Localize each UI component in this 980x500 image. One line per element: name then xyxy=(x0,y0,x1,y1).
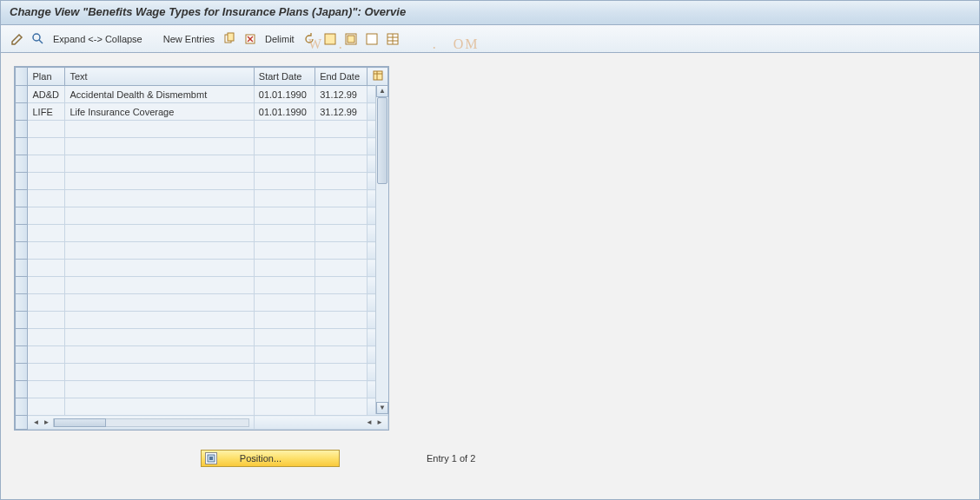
row-selector[interactable] xyxy=(16,190,28,207)
table-row[interactable]: AD&DAccidental Dealth & Dismembmt01.01.1… xyxy=(16,86,388,103)
hscroll-right2-icon[interactable]: ► xyxy=(374,418,385,428)
table-row[interactable] xyxy=(16,242,388,260)
row-selector[interactable] xyxy=(16,138,28,155)
header-row: Plan Text Start Date End Date xyxy=(16,68,388,86)
expand-collapse-button[interactable]: Expand <-> Collapse xyxy=(51,34,144,44)
scroll-up-icon[interactable]: ▲ xyxy=(376,85,388,97)
table-row[interactable] xyxy=(16,155,388,173)
change-icon[interactable] xyxy=(10,31,25,47)
svg-rect-10 xyxy=(367,34,377,44)
cell-plan[interactable]: LIFE xyxy=(28,103,65,121)
cell-start[interactable]: 01.01.1990 xyxy=(254,103,315,121)
table-row[interactable] xyxy=(16,121,388,138)
content-area: Plan Text Start Date End Date AD&DAccide… xyxy=(1,53,979,499)
table-row[interactable] xyxy=(16,346,388,364)
hscroll-row: ◄ ► ◄ ► xyxy=(16,416,388,430)
title-text: Change View "Benefits Wage Types for Ins… xyxy=(10,5,406,18)
cell-end[interactable]: 31.12.99 xyxy=(315,103,368,121)
row-selector[interactable] xyxy=(16,155,28,173)
table-row[interactable] xyxy=(16,173,388,190)
table-row[interactable] xyxy=(16,312,388,329)
scroll-thumb[interactable] xyxy=(377,97,387,184)
svg-rect-7 xyxy=(325,34,335,44)
toolbar: Expand <-> Collapse New Entries Delimit xyxy=(1,25,979,53)
table-row[interactable] xyxy=(16,225,388,242)
entry-counter: Entry 1 of 2 xyxy=(427,453,475,464)
row-selector[interactable] xyxy=(16,207,28,225)
deselect-all-icon[interactable] xyxy=(364,31,380,47)
table-row[interactable] xyxy=(16,277,388,294)
scroll-down-icon[interactable]: ▼ xyxy=(376,402,388,414)
svg-rect-19 xyxy=(209,457,213,460)
footer-row: Position... Entry 1 of 2 xyxy=(14,450,966,467)
table-row[interactable] xyxy=(16,260,388,277)
row-selector[interactable] xyxy=(16,260,28,277)
table-row[interactable] xyxy=(16,207,388,225)
table-row[interactable]: LIFELife Insurance Coverage01.01.199031.… xyxy=(16,103,388,121)
col-text[interactable]: Text xyxy=(65,68,254,86)
svg-rect-15 xyxy=(374,71,382,80)
table-container: Plan Text Start Date End Date AD&DAccide… xyxy=(14,66,389,431)
table-config-icon[interactable] xyxy=(368,68,388,86)
svg-rect-9 xyxy=(348,36,354,43)
row-selector[interactable] xyxy=(16,364,28,381)
row-selector[interactable] xyxy=(16,381,28,398)
table-row[interactable] xyxy=(16,190,388,207)
select-all-header[interactable] xyxy=(16,68,28,86)
data-grid: Plan Text Start Date End Date AD&DAccide… xyxy=(15,67,388,430)
undo-icon[interactable] xyxy=(301,31,317,47)
find-icon[interactable] xyxy=(30,31,46,47)
row-selector[interactable] xyxy=(16,103,28,121)
cell-text[interactable]: Life Insurance Coverage xyxy=(65,103,254,121)
table-row[interactable] xyxy=(16,381,388,398)
delimit-button[interactable]: Delimit xyxy=(263,34,296,44)
window-title: Change View "Benefits Wage Types for Ins… xyxy=(1,1,979,25)
svg-point-0 xyxy=(33,34,40,41)
col-end[interactable]: End Date xyxy=(315,68,368,86)
select-block-icon[interactable] xyxy=(343,31,359,47)
select-all-icon[interactable] xyxy=(322,31,338,47)
row-selector[interactable] xyxy=(16,121,28,138)
delete-icon[interactable] xyxy=(242,31,258,47)
hscroll-left-icon[interactable]: ◄ xyxy=(30,418,41,428)
copy-icon[interactable] xyxy=(222,31,237,47)
position-button[interactable]: Position... xyxy=(201,450,340,467)
position-icon xyxy=(205,452,217,464)
svg-rect-3 xyxy=(228,33,234,41)
table-row[interactable] xyxy=(16,398,388,416)
table-settings-icon[interactable] xyxy=(385,31,401,47)
position-label: Position... xyxy=(240,453,281,464)
cell-start[interactable]: 01.01.1990 xyxy=(254,86,315,103)
row-selector[interactable] xyxy=(16,242,28,260)
col-plan[interactable]: Plan xyxy=(28,68,65,86)
row-selector[interactable] xyxy=(16,86,28,103)
hscroll-track-left[interactable] xyxy=(53,418,248,427)
row-selector[interactable] xyxy=(16,398,28,416)
table-row[interactable] xyxy=(16,138,388,155)
vertical-scrollbar[interactable]: ▲ ▼ xyxy=(375,85,388,414)
cell-end[interactable]: 31.12.99 xyxy=(315,86,368,103)
row-selector[interactable] xyxy=(16,277,28,294)
row-selector[interactable] xyxy=(16,329,28,346)
table-row[interactable] xyxy=(16,329,388,346)
hscroll-right-icon[interactable]: ► xyxy=(41,418,51,428)
cell-plan[interactable]: AD&D xyxy=(28,86,65,103)
col-start[interactable]: Start Date xyxy=(254,68,315,86)
table-row[interactable] xyxy=(16,364,388,381)
row-selector[interactable] xyxy=(16,346,28,364)
row-selector[interactable] xyxy=(16,312,28,329)
row-selector[interactable] xyxy=(16,173,28,190)
hscroll-left2-icon[interactable]: ◄ xyxy=(364,418,374,428)
row-selector[interactable] xyxy=(16,225,28,242)
svg-line-1 xyxy=(39,40,43,43)
cell-text[interactable]: Accidental Dealth & Dismembmt xyxy=(65,86,254,103)
new-entries-button[interactable]: New Entries xyxy=(162,34,216,44)
table-row[interactable] xyxy=(16,294,388,312)
row-selector[interactable] xyxy=(16,294,28,312)
